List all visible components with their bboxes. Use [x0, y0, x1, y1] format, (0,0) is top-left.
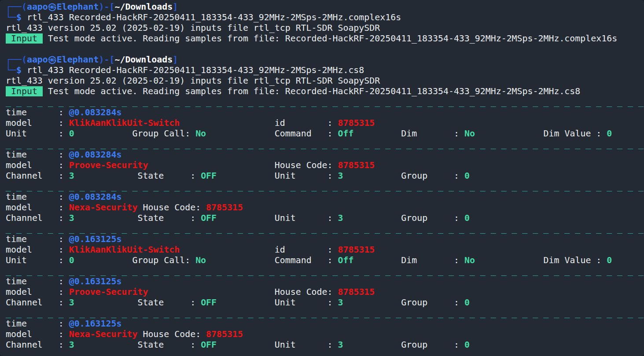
field-label: Group — [401, 213, 427, 223]
field-label: Command — [275, 255, 312, 265]
state-value: OFF — [201, 340, 217, 350]
field-label: Group — [401, 297, 427, 308]
model-value: Nexa-Security — [69, 329, 138, 339]
field-label: Command — [275, 128, 312, 139]
model-line: model : Proove-Security House Code: 8785… — [6, 160, 644, 171]
text-segment — [343, 213, 401, 223]
id-value: 8785315 — [338, 245, 375, 255]
state-value: OFF — [201, 213, 217, 223]
text-segment: : — [59, 329, 69, 339]
field-label: Unit — [275, 171, 296, 181]
text-segment: : — [328, 297, 338, 308]
model-line: model : KlikAanKlikUit-Switch id : 87853… — [6, 245, 644, 255]
prompt-symbol: $ — [16, 12, 22, 22]
field-label: Channel — [6, 213, 43, 223]
text-segment: : — [454, 255, 464, 265]
version-text: rtl_433 version 25.02 (2025-02-19) input… — [6, 23, 380, 33]
separator-dashes: _ _ _ _ _ _ _ _ _ _ _ _ _ _ _ _ _ _ _ _ … — [6, 97, 644, 107]
field-label: time — [6, 276, 27, 286]
field-label: time — [6, 107, 27, 117]
text-segment — [32, 329, 59, 339]
record-separator: _ _ _ _ _ _ _ _ _ _ _ _ _ _ _ _ _ _ _ _ … — [6, 139, 644, 150]
field-label: time — [6, 234, 27, 244]
text-segment: : — [328, 118, 338, 128]
text-segment: : — [59, 171, 69, 181]
text-segment — [206, 255, 275, 265]
model-line: model : Nexa-Security House Code: 878531… — [6, 202, 644, 213]
prompt-line: ┌──(aapo㉿Elephant)-[~/Downloads] — [6, 2, 644, 12]
model-line: model : KlikAanKlikUit-Switch id : 87853… — [6, 118, 644, 128]
text-segment — [427, 297, 454, 308]
model-value: Proove-Security — [69, 160, 148, 170]
text-segment — [343, 171, 401, 181]
text-segment: : — [454, 128, 464, 139]
text-segment — [32, 202, 59, 213]
text-segment — [27, 128, 59, 139]
text-segment: : — [190, 171, 201, 181]
text-segment — [27, 234, 59, 244]
text-segment — [137, 329, 143, 339]
command-line: └─$ rtl_433 Recorded-HackRF-20250411_183… — [6, 65, 644, 76]
text-segment — [217, 171, 275, 181]
text-segment — [285, 245, 328, 255]
house-code-value: 8785315 — [338, 287, 375, 297]
group-call-value: No — [195, 255, 206, 265]
text-segment — [137, 202, 143, 213]
field-label: model — [6, 287, 32, 297]
record-separator: _ _ _ _ _ _ _ _ _ _ _ _ _ _ _ _ _ _ _ _ … — [6, 224, 644, 234]
text-segment — [43, 171, 59, 181]
text-segment: : — [59, 192, 69, 202]
text-segment: : — [328, 171, 338, 181]
text-segment: : — [190, 213, 201, 223]
text-segment — [74, 255, 132, 265]
model-value: KlikAanKlikUit-Switch — [69, 245, 180, 255]
field-label: Dim — [401, 255, 417, 265]
command-line: └─$ rtl_433 Recorded-HackRF-20250411_183… — [6, 12, 644, 23]
text-segment — [148, 160, 274, 170]
fields-line: Unit : 0 Group Call: No Command : Off Di… — [6, 128, 644, 139]
time-value: @0.163125s — [69, 234, 122, 244]
field-label: model — [6, 245, 32, 255]
field-label: Group — [401, 340, 427, 350]
text-segment — [27, 150, 59, 160]
text-segment — [427, 340, 454, 350]
version-line: rtl_433 version 25.02 (2025-02-19) input… — [6, 76, 644, 86]
field-label: model — [6, 118, 32, 128]
record-separator: _ _ _ _ _ _ _ _ _ _ _ _ _ _ _ _ _ _ _ _ … — [6, 350, 644, 356]
text-segment — [475, 255, 544, 265]
command-value: Off — [338, 128, 354, 139]
text-segment — [217, 297, 275, 308]
text-segment — [296, 171, 328, 181]
terminal[interactable]: ┌──(aapo㉿Elephant)-[~/Downloads]└─$ rtl_… — [0, 0, 644, 356]
field-label: Unit — [275, 297, 296, 308]
text-segment — [74, 171, 138, 181]
prompt-user-host: aapo㉿Elephant — [27, 55, 99, 65]
text-segment — [312, 128, 328, 139]
text-segment — [43, 213, 59, 223]
prompt-cwd: ~/Downloads — [114, 55, 173, 65]
text-segment — [417, 128, 454, 139]
text-segment: : — [328, 255, 338, 265]
record-separator: _ _ _ _ _ _ _ _ _ _ _ _ _ _ _ _ _ _ _ _ … — [6, 308, 644, 319]
text-segment — [32, 118, 59, 128]
text-segment — [32, 245, 59, 255]
dim-value-value: 0 — [607, 255, 612, 265]
prompt-symbol: $ — [16, 65, 22, 75]
time-value: @0.163125s — [69, 319, 122, 329]
model-line: model : Proove-Security House Code: 8785… — [6, 287, 644, 297]
dim-value: No — [464, 128, 475, 139]
text-segment — [164, 297, 190, 308]
separator-dashes: _ _ _ _ _ _ _ _ _ _ _ _ _ _ _ _ _ _ _ _ … — [6, 308, 644, 318]
prompt-frame: ┌──( — [6, 2, 27, 12]
field-label: model — [6, 160, 32, 170]
time-value: @0.163125s — [69, 276, 122, 286]
model-line: model : Nexa-Security House Code: 878531… — [6, 329, 644, 340]
text-segment — [217, 340, 275, 350]
channel-value: 3 — [69, 213, 74, 223]
field-label: State — [137, 297, 164, 308]
text-segment: : — [59, 276, 69, 286]
prompt-frame: ] — [173, 2, 178, 12]
text-segment: : — [328, 245, 338, 255]
text-segment: : — [328, 340, 338, 350]
text-segment — [296, 297, 328, 308]
